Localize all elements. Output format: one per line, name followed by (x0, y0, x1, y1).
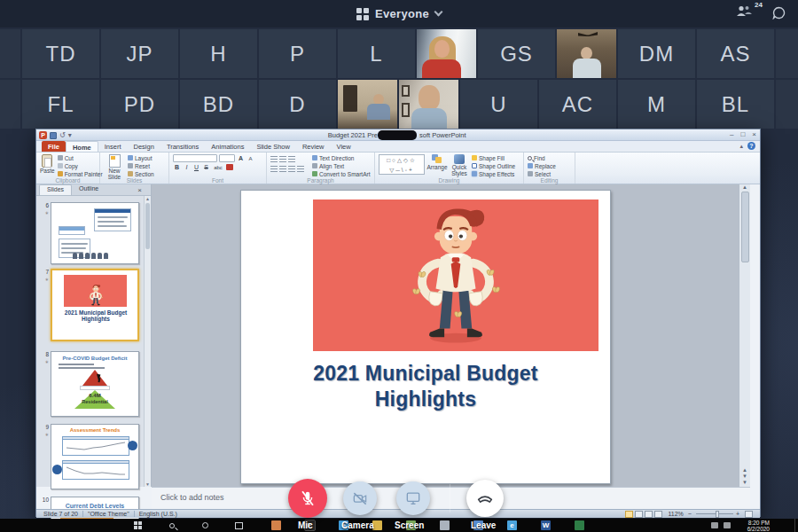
zoom-in-icon[interactable]: + (736, 511, 739, 517)
chat-button[interactable] (772, 6, 786, 20)
participant-tile[interactable] (0, 80, 20, 129)
tab-slides[interactable]: Slides (39, 184, 72, 195)
underline-button[interactable]: U (192, 164, 200, 170)
vertical-scrollbar[interactable]: ▲ ▲▼▼ (739, 184, 750, 487)
reset-button[interactable]: Reset (128, 162, 154, 169)
taskbar-task-view-button[interactable] (234, 520, 244, 530)
minimize-button[interactable]: – (730, 130, 733, 138)
align-right-icon[interactable] (288, 166, 295, 172)
participant-tile[interactable]: PD (101, 80, 178, 129)
show-desktop-button[interactable] (794, 519, 798, 532)
save-icon[interactable] (50, 132, 57, 139)
slide-sorter-view-button[interactable] (635, 511, 643, 518)
scroll-down-icon[interactable]: ▼ (742, 480, 747, 485)
slide-canvas[interactable]: 2021 Municipal Budget Highlights (240, 190, 611, 484)
tab-file[interactable]: File (42, 141, 66, 152)
justify-icon[interactable] (297, 166, 304, 172)
indent-icon[interactable] (288, 156, 295, 162)
screen-share-button[interactable] (396, 481, 430, 515)
zoom-slider-thumb[interactable] (716, 511, 719, 518)
zoom-slider[interactable] (696, 513, 733, 514)
tab-transitions[interactable]: Transitions (160, 141, 205, 152)
cut-button[interactable]: Cut (58, 154, 103, 161)
replace-button[interactable]: Replace (528, 162, 556, 169)
layout-button[interactable]: Layout (128, 154, 154, 161)
taskbar-icon-defender[interactable] (440, 520, 450, 530)
grow-font-icon[interactable]: A (237, 155, 245, 161)
participant-tile[interactable]: JP (101, 29, 178, 78)
tab-design[interactable]: Design (128, 141, 160, 152)
participant-tile[interactable]: P (259, 29, 336, 78)
participant-tile[interactable]: D (259, 80, 336, 129)
scroll-down-icon[interactable]: ▼ (145, 481, 151, 487)
shape-outline-button[interactable]: Shape Outline (472, 162, 515, 169)
participant-tile[interactable] (0, 29, 20, 78)
participant-tile[interactable]: AS (697, 29, 774, 78)
taskbar-icon-excel[interactable] (575, 520, 584, 530)
mic-muted-button[interactable] (288, 479, 327, 518)
panel-scrollbar[interactable]: ▲▼ (144, 196, 151, 487)
font-name-combobox[interactable] (173, 154, 217, 162)
slide-thumbnail-7-selected[interactable]: 7∗ 2021 Municipal Budget Highlights (38, 269, 139, 341)
italic-button[interactable]: I (183, 164, 191, 170)
undo-icon[interactable]: ↺ (59, 130, 66, 140)
slide-thumbnail-8[interactable]: 8∗ Pre-COVID Budget Deficit 6.4M Residen… (38, 351, 139, 417)
scroll-up-icon[interactable]: ▲ (742, 184, 747, 190)
taskbar-icon-photos[interactable] (271, 520, 281, 530)
participant-tile[interactable]: BD (180, 80, 257, 129)
participant-tile[interactable]: FL (22, 80, 99, 129)
align-text-button[interactable]: Align Text (312, 162, 370, 169)
convert-smartart-button[interactable]: Convert to SmartArt (312, 170, 370, 177)
bullets-icon[interactable] (270, 156, 278, 162)
previous-slide-button[interactable]: ▲ (742, 467, 747, 473)
slide-image-broke-man[interactable] (313, 200, 598, 351)
numbering-icon[interactable] (279, 156, 286, 162)
close-button[interactable]: × (752, 130, 756, 138)
new-slide-button[interactable]: New Slide (104, 154, 125, 180)
view-switcher-dropdown[interactable]: Everyone (356, 7, 442, 20)
taskbar-start-button[interactable] (133, 520, 143, 530)
shapes-gallery[interactable]: □○△◇☆ ▽─\◦+ (379, 154, 425, 175)
minimize-ribbon-icon[interactable]: ▴ (739, 143, 743, 150)
shape-fill-button[interactable]: Shape Fill (472, 154, 515, 161)
tab-review[interactable]: Review (296, 141, 331, 152)
text-direction-button[interactable]: Text Direction (312, 154, 370, 161)
tab-slide-show[interactable]: Slide Show (250, 141, 296, 152)
paste-button[interactable]: Paste (40, 154, 55, 175)
tab-view[interactable]: View (331, 141, 357, 152)
title-bar[interactable]: P ↺ ▾ Budget 2021 Pre soft PowerPoint – … (36, 129, 760, 141)
next-slide-button[interactable]: ▼ (742, 473, 747, 479)
shape-effects-button[interactable]: Shape Effects (472, 170, 515, 177)
participant-tile[interactable]: TD (22, 29, 99, 78)
participant-video-tile[interactable] (399, 80, 458, 129)
format-painter-button[interactable]: Format Painter (58, 170, 103, 177)
tab-outline[interactable]: Outline (72, 184, 106, 195)
maximize-button[interactable]: □ (740, 130, 745, 138)
redo-icon[interactable]: ▾ (68, 130, 72, 140)
reading-view-button[interactable] (645, 511, 653, 518)
slide-thumbnail-6[interactable]: 6∗ (38, 202, 139, 264)
tab-animations[interactable]: Animations (205, 141, 250, 152)
panel-close-icon[interactable]: × (137, 186, 142, 194)
font-size-combobox[interactable] (219, 154, 235, 162)
slideshow-view-button[interactable] (654, 511, 662, 518)
quick-styles-button[interactable]: Quick Styles (450, 154, 469, 176)
camera-off-button[interactable] (343, 481, 377, 515)
slide-title[interactable]: 2021 Municipal Budget Highlights (241, 361, 610, 412)
shrink-font-icon[interactable]: A (246, 156, 254, 161)
slide-thumbnail-9[interactable]: 9∗ Assessment Trends (38, 424, 139, 489)
participant-tile[interactable]: GS (478, 29, 555, 78)
help-icon[interactable]: ? (747, 142, 755, 150)
taskbar-cortana-button[interactable] (200, 520, 210, 530)
leave-call-button[interactable] (466, 480, 504, 517)
participant-video-tile[interactable] (557, 29, 616, 78)
participant-tile[interactable]: U (460, 80, 537, 129)
tray-volume-icon[interactable] (724, 522, 731, 528)
participant-tile[interactable]: M (618, 80, 695, 129)
fit-to-window-button[interactable] (745, 511, 753, 518)
taskbar-search-button[interactable] (167, 520, 176, 530)
align-center-icon[interactable] (279, 166, 286, 172)
arrange-button[interactable]: Arrange (427, 154, 447, 171)
participant-tile[interactable] (776, 80, 798, 129)
tab-home[interactable]: Home (66, 141, 98, 152)
